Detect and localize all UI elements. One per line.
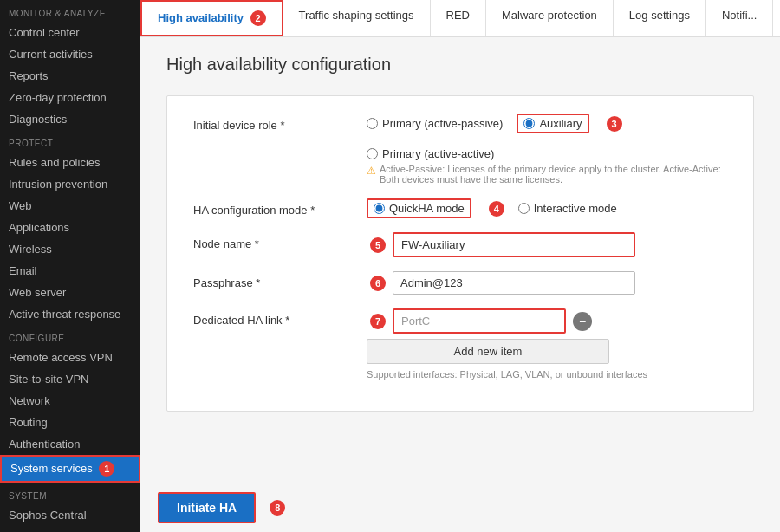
page-title: High availability configuration bbox=[166, 55, 754, 75]
ha-mode-radio-group: QuickHA mode 4 Interactive mode bbox=[367, 198, 727, 218]
dedicated-ha-link-label: Dedicated HA link * bbox=[193, 308, 367, 327]
form-section: Initial device role * Primary (active-pa… bbox=[166, 95, 754, 412]
sidebar-section-system: SYSTEM bbox=[0, 483, 140, 504]
tab-traffic-shaping[interactable]: Traffic shaping settings bbox=[283, 0, 431, 36]
tab-malware-protection[interactable]: Malware protection bbox=[486, 0, 614, 36]
sidebar-item-authentication[interactable]: Authentication bbox=[0, 433, 140, 455]
sidebar-item-network[interactable]: Network bbox=[0, 390, 140, 412]
sidebar-item-reports[interactable]: Reports bbox=[0, 65, 140, 87]
sidebar-item-system-services[interactable]: System services 1 bbox=[0, 455, 140, 483]
initiate-ha-button[interactable]: Initiate HA bbox=[158, 492, 256, 523]
sidebar-item-control-center[interactable]: Control center bbox=[0, 22, 140, 43]
initiate-badge: 8 bbox=[270, 500, 285, 516]
initial-device-role-row: Initial device role * Primary (active-pa… bbox=[193, 114, 727, 185]
sidebar-item-email[interactable]: Email bbox=[0, 260, 140, 282]
warning-message: Active-Passive: Licenses of the primary … bbox=[380, 164, 727, 185]
sidebar-section-configure: CONFIGURE bbox=[0, 325, 140, 347]
radio-auxiliary-input[interactable] bbox=[523, 118, 535, 129]
radio-primary-active-label: Primary (active-active) bbox=[382, 147, 494, 160]
initial-device-role-label: Initial device role * bbox=[193, 114, 367, 132]
ha-config-mode-label: HA configuration mode * bbox=[193, 198, 367, 217]
radio-quickha[interactable]: QuickHA mode bbox=[367, 198, 471, 218]
radio-primary-passive[interactable]: Primary (active-passive) bbox=[367, 117, 503, 130]
radio-quickha-input[interactable] bbox=[374, 203, 385, 214]
tab-red[interactable]: RED bbox=[431, 0, 486, 36]
tab-log-settings[interactable]: Log settings bbox=[614, 0, 706, 36]
sidebar-item-web-server[interactable]: Web server bbox=[0, 282, 140, 303]
initial-device-role-controls: Primary (active-passive) Auxiliary 3 Pri… bbox=[367, 114, 727, 185]
supported-text: Supported interfaces: Physical, LAG, VLA… bbox=[367, 369, 727, 380]
sidebar-item-site-to-site-vpn[interactable]: Site-to-site VPN bbox=[0, 368, 140, 390]
tab-high-availability[interactable]: High availability 2 bbox=[140, 0, 283, 36]
sidebar: MONITOR & ANALYZEControl centerCurrent a… bbox=[0, 0, 140, 532]
warning-text: ⚠ Active-Passive: Licenses of the primar… bbox=[367, 164, 727, 185]
sidebar-item-sophos-central[interactable]: Sophos Central bbox=[0, 504, 140, 526]
ha-link-row: − bbox=[393, 308, 592, 334]
bottom-bar: Initiate HA 8 bbox=[140, 483, 780, 532]
node-name-row: Node name * 5 bbox=[193, 232, 727, 257]
radio-primary-passive-input[interactable] bbox=[367, 118, 378, 129]
ha-link-input[interactable] bbox=[393, 308, 566, 334]
node-name-controls: 5 bbox=[367, 232, 727, 257]
remove-ha-link-button[interactable]: − bbox=[573, 312, 592, 331]
sidebar-item-web[interactable]: Web bbox=[0, 195, 140, 217]
tab-bar: High availability 2Traffic shaping setti… bbox=[140, 0, 780, 37]
dedicated-ha-link-controls: 7 − Add new item Supported interfaces: P… bbox=[367, 308, 727, 380]
radio-primary-active-input[interactable] bbox=[367, 148, 378, 159]
nodename-badge: 5 bbox=[370, 237, 386, 253]
radio-quickha-label: QuickHA mode bbox=[389, 202, 465, 215]
passphrase-controls: 6 bbox=[367, 271, 727, 295]
passphrase-row: Passphrase * 6 bbox=[193, 271, 727, 295]
radio-auxiliary-label: Auxiliary bbox=[539, 117, 582, 130]
radio-auxiliary[interactable]: Auxiliary bbox=[517, 114, 588, 133]
device-role-radio-group: Primary (active-passive) Auxiliary 3 Pri… bbox=[367, 114, 727, 160]
main-content: High availability 2Traffic shaping setti… bbox=[140, 0, 780, 532]
add-new-item-button[interactable]: Add new item bbox=[367, 339, 609, 364]
sidebar-section-protect: PROTECT bbox=[0, 130, 140, 152]
radio-interactive[interactable]: Interactive mode bbox=[518, 202, 617, 215]
passphrase-label: Passphrase * bbox=[193, 271, 367, 289]
quickha-badge: 4 bbox=[489, 201, 504, 217]
radio-interactive-input[interactable] bbox=[518, 203, 530, 214]
radio-primary-passive-label: Primary (active-passive) bbox=[382, 117, 503, 130]
sidebar-item-wireless[interactable]: Wireless bbox=[0, 238, 140, 260]
sidebar-item-remote-access-vpn[interactable]: Remote access VPN bbox=[0, 347, 140, 368]
page-content: High availability configuration Initial … bbox=[140, 37, 780, 483]
warning-icon: ⚠ bbox=[367, 165, 376, 177]
node-name-input[interactable] bbox=[393, 232, 635, 257]
radio-interactive-label: Interactive mode bbox=[534, 202, 617, 215]
passphrase-badge: 6 bbox=[370, 276, 386, 291]
sidebar-item-active-threat-response[interactable]: Active threat response bbox=[0, 303, 140, 325]
dedicated-ha-link-row: Dedicated HA link * 7 − Add new item Sup… bbox=[193, 308, 727, 380]
sidebar-item-profiles[interactable]: Profiles bbox=[0, 526, 140, 532]
sidebar-badge: 1 bbox=[99, 461, 114, 477]
sidebar-item-current-activities[interactable]: Current activities bbox=[0, 43, 140, 65]
ha-config-mode-controls: QuickHA mode 4 Interactive mode bbox=[367, 198, 727, 218]
radio-primary-active[interactable]: Primary (active-active) bbox=[367, 147, 494, 160]
sidebar-item-zero-day-protection[interactable]: Zero-day protection bbox=[0, 87, 140, 108]
sidebar-item-intrusion-prevention[interactable]: Intrusion prevention bbox=[0, 173, 140, 195]
sidebar-item-applications[interactable]: Applications bbox=[0, 217, 140, 238]
passphrase-input[interactable] bbox=[393, 271, 635, 295]
tab-badge: 2 bbox=[250, 10, 266, 26]
node-name-label: Node name * bbox=[193, 232, 367, 250]
tab-notifi[interactable]: Notifi... bbox=[706, 0, 773, 36]
ha-link-badge: 7 bbox=[370, 314, 386, 329]
sidebar-item-diagnostics[interactable]: Diagnostics bbox=[0, 108, 140, 130]
ha-config-mode-row: HA configuration mode * QuickHA mode 4 I… bbox=[193, 198, 727, 218]
sidebar-item-routing[interactable]: Routing bbox=[0, 412, 140, 433]
role-badge: 3 bbox=[607, 116, 622, 132]
sidebar-section-monitor-&-analyze: MONITOR & ANALYZE bbox=[0, 0, 140, 22]
sidebar-item-rules-policies[interactable]: Rules and policies bbox=[0, 152, 140, 173]
